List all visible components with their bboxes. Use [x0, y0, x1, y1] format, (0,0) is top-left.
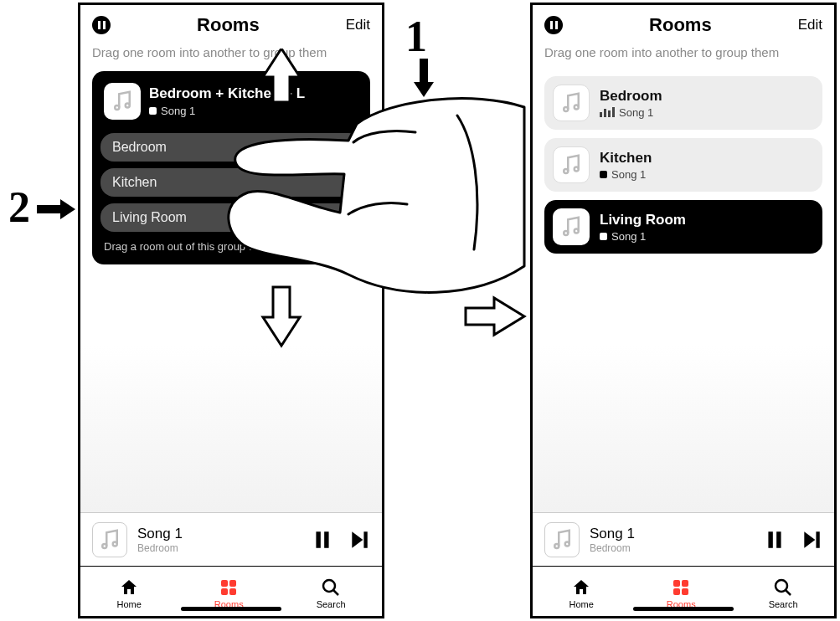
grouping-hint: Drag one room into another to group them — [533, 42, 834, 68]
group-room-chip[interactable]: Living Room — [100, 203, 362, 232]
pause-icon[interactable] — [92, 16, 111, 34]
svg-marker-1 — [37, 199, 75, 219]
svg-point-4 — [102, 544, 106, 548]
svg-marker-0 — [414, 59, 434, 97]
stop-icon — [600, 233, 607, 240]
now-playing-bar[interactable]: Song 1 Bedroom — [80, 512, 382, 566]
next-button[interactable] — [348, 529, 370, 551]
svg-line-15 — [333, 590, 338, 595]
room-card-bedroom[interactable]: Bedroom Song 1 — [544, 76, 822, 130]
page-title: Rooms — [197, 14, 260, 36]
np-room: Bedroom — [137, 542, 301, 554]
svg-point-2 — [115, 105, 119, 110]
svg-point-19 — [575, 167, 579, 172]
album-art-icon — [553, 85, 590, 121]
pause-button[interactable] — [312, 529, 333, 551]
album-art-icon — [553, 208, 590, 245]
header: Rooms Edit — [533, 5, 834, 42]
edit-button[interactable]: Edit — [346, 17, 370, 33]
svg-rect-31 — [682, 588, 688, 595]
np-title: Song 1 — [590, 526, 754, 542]
stop-icon — [600, 171, 607, 178]
rooms-icon — [671, 577, 691, 598]
step-number-2: 2 — [8, 182, 30, 232]
svg-point-17 — [575, 105, 579, 110]
edit-button[interactable]: Edit — [798, 17, 822, 33]
svg-rect-7 — [324, 531, 328, 548]
pause-button[interactable] — [764, 529, 786, 551]
svg-marker-8 — [352, 531, 363, 548]
room-card-kitchen[interactable]: Kitchen Song 1 — [544, 138, 822, 192]
svg-rect-11 — [229, 580, 236, 587]
rooms-content: Bedroom + Kitchen + L Song 1 Bedroom Kit… — [80, 68, 382, 512]
room-group-card[interactable]: Bedroom + Kitchen + L Song 1 Bedroom Kit… — [92, 71, 370, 264]
np-title: Song 1 — [137, 526, 301, 542]
svg-rect-28 — [673, 580, 680, 587]
svg-rect-6 — [316, 531, 320, 548]
svg-rect-27 — [816, 531, 819, 548]
home-indicator — [633, 607, 734, 611]
svg-marker-26 — [804, 531, 815, 548]
group-title: Bedroom + Kitchen + L — [149, 85, 305, 102]
content-fade — [533, 345, 834, 512]
svg-point-23 — [565, 541, 569, 546]
phone-after: Rooms Edit Drag one room into another to… — [530, 3, 837, 618]
svg-rect-10 — [221, 580, 228, 587]
home-icon — [119, 577, 139, 598]
phone-before: Rooms Edit Drag one room into another to… — [78, 3, 384, 618]
tab-home[interactable]: Home — [569, 577, 593, 609]
svg-point-20 — [564, 231, 568, 235]
svg-rect-25 — [776, 531, 781, 548]
svg-point-18 — [564, 169, 568, 173]
room-nowplaying: Song 1 — [600, 106, 662, 119]
svg-marker-36 — [466, 298, 524, 335]
group-room-chip[interactable]: Bedroom — [100, 133, 362, 162]
grouping-hint: Drag one room into another to group them — [80, 42, 382, 68]
home-icon — [571, 577, 591, 598]
room-nowplaying: Song 1 — [600, 230, 686, 243]
group-nowplaying: Song 1 — [149, 105, 305, 117]
svg-rect-9 — [363, 531, 367, 548]
album-art-icon — [104, 83, 141, 120]
svg-point-32 — [776, 580, 787, 592]
tab-rooms[interactable]: Rooms — [667, 577, 696, 609]
tab-home[interactable]: Home — [116, 577, 141, 609]
content-fade — [80, 345, 382, 512]
search-icon — [773, 577, 793, 598]
group-room-chip[interactable]: Kitchen — [100, 168, 362, 197]
search-icon — [321, 577, 341, 598]
header: Rooms Edit — [80, 5, 382, 42]
room-card-living-room[interactable]: Living Room Song 1 — [544, 200, 822, 254]
room-nowplaying: Song 1 — [600, 168, 652, 181]
svg-point-22 — [554, 544, 559, 548]
next-button[interactable] — [801, 529, 822, 551]
svg-rect-24 — [768, 531, 772, 548]
stop-icon — [149, 107, 157, 115]
np-room: Bedroom — [590, 542, 754, 554]
svg-rect-13 — [229, 588, 236, 595]
now-playing-bar[interactable]: Song 1 Bedroom — [533, 512, 834, 566]
svg-point-3 — [126, 104, 130, 108]
svg-line-33 — [786, 590, 791, 595]
ungroup-hint: Drag a room out of this group to ungroup… — [100, 232, 362, 254]
room-name: Living Room — [600, 212, 686, 228]
tab-search[interactable]: Search — [317, 577, 346, 609]
rooms-icon — [219, 577, 239, 598]
svg-point-5 — [113, 541, 117, 546]
rooms-content: Bedroom Song 1 Kitchen Song 1 — [533, 68, 834, 512]
arrow-right-icon — [37, 199, 75, 219]
tab-search[interactable]: Search — [769, 577, 798, 609]
album-art-icon — [553, 146, 590, 183]
equalizer-icon — [600, 107, 615, 117]
svg-point-21 — [575, 229, 579, 234]
album-art-icon — [92, 522, 127, 557]
svg-rect-12 — [221, 588, 228, 595]
svg-rect-29 — [682, 580, 688, 587]
room-name: Kitchen — [600, 150, 652, 167]
pause-icon[interactable] — [544, 16, 563, 34]
svg-point-14 — [323, 580, 335, 592]
tab-rooms[interactable]: Rooms — [214, 577, 244, 609]
page-title: Rooms — [649, 14, 712, 36]
svg-point-16 — [564, 107, 568, 111]
svg-rect-30 — [673, 588, 680, 595]
